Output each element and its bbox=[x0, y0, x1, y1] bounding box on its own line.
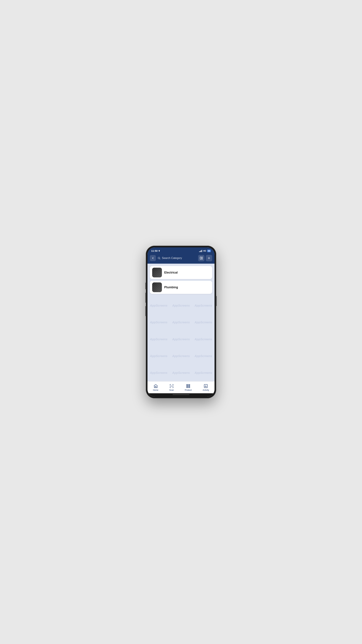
back-arrow-icon bbox=[151, 256, 154, 260]
home-indicator-bar bbox=[147, 393, 215, 397]
volume-up-button bbox=[145, 293, 146, 303]
phone-screen: 11:50 4G 36 bbox=[147, 247, 215, 397]
status-right: 4G 36 bbox=[199, 250, 211, 252]
scan-nav-label: Scan bbox=[169, 389, 174, 391]
volume-down-button bbox=[145, 306, 146, 316]
svg-rect-2 bbox=[200, 257, 201, 260]
svg-rect-9 bbox=[187, 386, 188, 386]
network-type: 4G bbox=[203, 250, 206, 252]
status-time: 11:50 bbox=[151, 250, 160, 252]
nav-product[interactable]: Product bbox=[182, 383, 194, 392]
add-button[interactable] bbox=[206, 255, 212, 261]
scan-icon bbox=[169, 384, 174, 388]
layout-icon bbox=[200, 256, 203, 260]
content-area: AppScreensAppScreensAppScreens AppScreen… bbox=[147, 264, 215, 381]
search-icon bbox=[158, 256, 161, 260]
signal-strength bbox=[199, 250, 202, 252]
nav-scan[interactable]: Scan bbox=[167, 383, 176, 392]
add-icon bbox=[207, 256, 211, 260]
battery-level: 36 bbox=[207, 250, 211, 252]
back-button[interactable] bbox=[150, 255, 156, 261]
home-icon bbox=[153, 384, 158, 388]
electrical-thumbnail bbox=[152, 268, 162, 278]
svg-line-1 bbox=[160, 258, 160, 259]
svg-rect-4 bbox=[202, 258, 203, 260]
activity-nav-label: Activity bbox=[203, 389, 209, 391]
search-bar[interactable]: Search Category bbox=[158, 256, 196, 260]
nav-home[interactable]: Home bbox=[150, 383, 161, 392]
plumbing-thumbnail bbox=[152, 282, 162, 292]
svg-rect-12 bbox=[189, 386, 190, 386]
location-icon bbox=[158, 250, 160, 252]
svg-rect-3 bbox=[202, 257, 203, 258]
category-plumbing[interactable]: Plumbing bbox=[150, 281, 212, 294]
time-text: 11:50 bbox=[151, 250, 158, 252]
layout-button[interactable] bbox=[198, 255, 204, 261]
svg-rect-13 bbox=[189, 387, 190, 388]
nav-activity[interactable]: Activity bbox=[200, 383, 212, 392]
power-button bbox=[216, 296, 217, 306]
home-bar bbox=[173, 394, 189, 395]
volume-silent-button bbox=[145, 282, 146, 289]
svg-rect-11 bbox=[189, 384, 190, 385]
plumbing-label: Plumbing bbox=[164, 286, 178, 289]
product-nav-label: Product bbox=[185, 389, 192, 391]
header-actions bbox=[198, 255, 212, 261]
phone-frame: 11:50 4G 36 bbox=[146, 246, 216, 398]
svg-rect-10 bbox=[187, 387, 188, 388]
bottom-navigation: Home Scan Product bbox=[147, 381, 215, 393]
product-icon bbox=[186, 384, 190, 388]
svg-rect-8 bbox=[187, 384, 188, 385]
activity-icon bbox=[204, 384, 208, 388]
home-nav-label: Home bbox=[153, 389, 158, 391]
search-placeholder-text: Search Category bbox=[162, 256, 182, 260]
app-header: Search Category bbox=[147, 253, 215, 264]
electrical-label: Electrical bbox=[164, 271, 178, 274]
category-electrical[interactable]: Electrical bbox=[150, 266, 212, 279]
status-bar: 11:50 4G 36 bbox=[147, 247, 215, 253]
